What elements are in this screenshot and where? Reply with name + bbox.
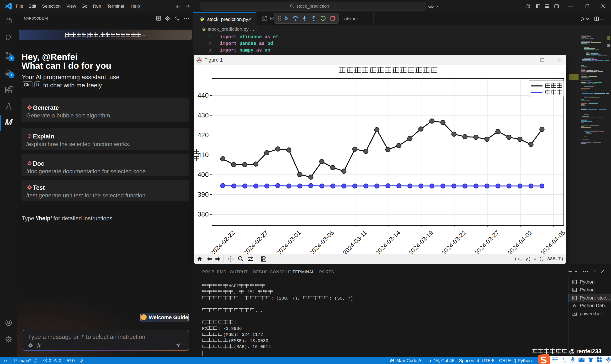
svg-text:440: 440 bbox=[197, 92, 209, 99]
svg-text:2024-04-05: 2024-04-05 bbox=[539, 229, 566, 254]
svg-text:2024-04-02: 2024-04-02 bbox=[506, 229, 534, 254]
svg-text:2024-03-11: 2024-03-11 bbox=[341, 229, 368, 254]
svg-text:2024-02-22: 2024-02-22 bbox=[209, 229, 236, 254]
svg-text:380: 380 bbox=[197, 210, 209, 218]
svg-text:2024-02-27: 2024-02-27 bbox=[242, 229, 269, 254]
svg-text:430: 430 bbox=[197, 111, 209, 119]
svg-text:2024-03-14: 2024-03-14 bbox=[374, 229, 401, 254]
svg-text:2024-03-27: 2024-03-27 bbox=[473, 229, 500, 254]
svg-text:2024-03-06: 2024-03-06 bbox=[308, 229, 336, 254]
svg-text:410: 410 bbox=[197, 151, 209, 158]
svg-text:400: 400 bbox=[197, 171, 209, 178]
svg-text:390: 390 bbox=[197, 191, 209, 198]
svg-text:2024-03-19: 2024-03-19 bbox=[407, 229, 435, 254]
svg-text:2024-03-01: 2024-03-01 bbox=[275, 229, 302, 254]
svg-text:2024-03-22: 2024-03-22 bbox=[440, 229, 468, 254]
svg-text:420: 420 bbox=[197, 131, 209, 139]
